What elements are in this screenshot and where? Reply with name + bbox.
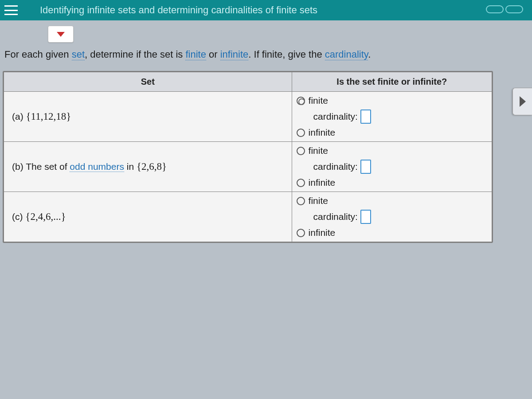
radio-a-infinite[interactable]	[297, 129, 305, 137]
label-infinite: infinite	[309, 127, 336, 138]
instruction-text: For each given set, determine if the set…	[4, 49, 371, 60]
radio-c-infinite[interactable]	[297, 229, 305, 237]
radio-c-finite[interactable]	[297, 197, 305, 205]
cardinality-input-c[interactable]	[360, 210, 371, 224]
top-bar: Identifying infinite sets and determinin…	[0, 0, 532, 20]
table-row: (c) {2,4,6,...} finite cardinality: infi…	[4, 192, 492, 242]
cardinality-input-b[interactable]	[360, 160, 371, 174]
question-table: Set Is the set finite or infinite? (a) {…	[3, 71, 493, 243]
set-cell-b: (b) The set of odd numbers in {2,6,8}	[4, 142, 292, 192]
label-cardinality: cardinality:	[313, 111, 358, 122]
set-cell-a: (a) {11,12,18}	[4, 92, 292, 142]
cardinality-input-a[interactable]	[360, 110, 371, 124]
hamburger-menu-icon[interactable]	[4, 5, 18, 15]
answer-cell-a: finite cardinality: infinite	[292, 92, 492, 142]
term-odd-numbers[interactable]: odd numbers	[70, 161, 124, 172]
radio-a-finite[interactable]	[297, 97, 305, 105]
table-row: (b) The set of odd numbers in {2,6,8} fi…	[4, 142, 492, 192]
set-cell-c: (c) {2,4,6,...}	[4, 192, 292, 242]
term-cardinality[interactable]: cardinality	[325, 49, 368, 60]
pill-1[interactable]	[486, 5, 504, 13]
answer-cell-b: finite cardinality: infinite	[292, 142, 492, 192]
radio-b-infinite[interactable]	[297, 179, 305, 187]
window-controls	[486, 5, 523, 13]
page-title: Identifying infinite sets and determinin…	[40, 4, 317, 16]
pill-2[interactable]	[505, 5, 523, 13]
answer-cell-c: finite cardinality: infinite	[292, 192, 492, 242]
term-finite[interactable]: finite	[185, 49, 206, 60]
label-infinite: infinite	[309, 177, 336, 188]
label-finite: finite	[309, 95, 328, 106]
label-finite: finite	[309, 196, 328, 206]
label-cardinality: cardinality:	[313, 161, 358, 172]
term-infinite[interactable]: infinite	[220, 49, 249, 60]
col-header-set: Set	[4, 72, 292, 92]
label-cardinality: cardinality:	[313, 211, 358, 222]
dropdown-toggle[interactable]	[48, 26, 74, 43]
col-header-answer: Is the set finite or infinite?	[292, 72, 492, 92]
chevron-down-icon	[57, 32, 65, 37]
table-row: (a) {11,12,18} finite cardinality: infin…	[4, 92, 492, 142]
term-set[interactable]: set	[72, 49, 85, 60]
radio-b-finite[interactable]	[297, 147, 305, 155]
label-finite: finite	[309, 145, 328, 156]
side-panel-toggle[interactable]	[512, 88, 532, 115]
label-infinite: infinite	[309, 227, 336, 238]
chevron-right-icon	[520, 96, 526, 107]
